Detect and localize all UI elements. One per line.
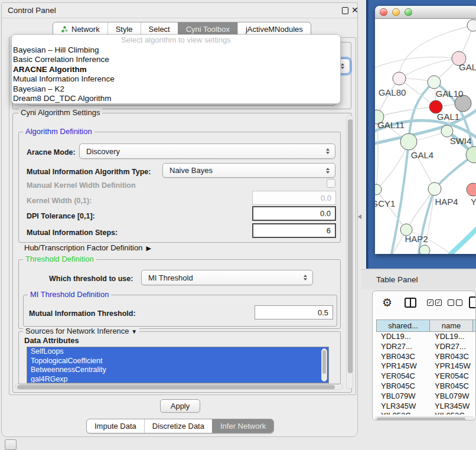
table-row[interactable]: YLR345WYLR345W9. (376, 402, 476, 412)
network-node-gal10[interactable] (428, 76, 441, 89)
scrollbar-thumb[interactable] (322, 350, 326, 374)
sources-legend-toggle[interactable]: Sources for Network Inference ▼ (23, 327, 139, 336)
tab-discretize-data[interactable]: Discretize Data (144, 419, 212, 433)
deselect-all-checkboxes-icon[interactable] (448, 299, 462, 306)
splitter-collapse-handle[interactable] (358, 214, 361, 219)
kernel-width-label: Kernel Width (0,1): (27, 197, 92, 205)
sources-legend-label: Sources for Network Inference (25, 327, 129, 335)
data-attributes-list[interactable]: SelfLoopsTopologicalCoefficientBetweenne… (27, 347, 329, 383)
close-traffic-light-icon[interactable] (380, 8, 387, 16)
bottom-tab-bar: Impute DataDiscretize DataInfer Network (86, 419, 274, 433)
control-panel-title: Control Panel (8, 3, 56, 18)
table-row[interactable]: YDR27...YDR27...12 (376, 342, 476, 352)
panel-edge-strip (366, 0, 369, 269)
tab-label: jActiveMNodules (246, 25, 303, 34)
mi-steps-label: Mutual Information Steps: (27, 229, 118, 237)
table-cell: YLR345W (430, 402, 473, 412)
cyni-settings-legend: Cyni Algorithm Settings (18, 109, 102, 117)
network-window-titlebar[interactable] (375, 6, 476, 19)
algorithm-option-bayesian-k2[interactable]: Bayesian – K2 (12, 84, 340, 94)
algorithm-definition-legend: Algorithm Definition (23, 128, 94, 136)
network-canvas[interactable]: GALGAL80GAL10GAL1GAL11SWI4GAL4GCY1HAP4YH… (375, 19, 476, 254)
mi-threshold-field[interactable]: 0.5 (255, 305, 333, 319)
algorithm-option-basic-correlation-inference[interactable]: Basic Correlation Inference (12, 55, 340, 64)
network-icon (61, 25, 69, 33)
table-body[interactable]: YDL19...YDL19...13YDR27...YDR27...12YBR0… (376, 332, 476, 415)
apply-button-label: Apply (171, 402, 190, 410)
column-header-shared[interactable]: shared... (376, 319, 430, 332)
mi-steps-value: 6 (327, 226, 331, 235)
table-cell: 13 (473, 332, 476, 342)
mi-threshold-definition-legend: MI Threshold Definition (28, 291, 111, 299)
table-cell: YBR043C (376, 352, 430, 362)
attribute-item-selfloops[interactable]: SelfLoops (27, 347, 328, 357)
zoom-traffic-light-icon[interactable] (405, 8, 412, 16)
table-cell (473, 352, 476, 362)
column-header-a[interactable]: A (473, 319, 476, 332)
table-header-row: shared...nameA (376, 319, 476, 332)
control-panel-window: Control Panel ✕ NetworkStyleSelectCyni T… (1, 2, 358, 437)
table-row[interactable]: YIL053CYIL053C9. (376, 411, 476, 415)
attribute-item-topologicalcoefficient[interactable]: TopologicalCoefficient (27, 357, 328, 366)
select-all-checkboxes-icon[interactable]: ✓✓ (427, 299, 442, 306)
node-label-gal-cut: GAL (459, 62, 476, 72)
list-vertical-scrollbar[interactable] (321, 348, 327, 381)
minimize-traffic-light-icon[interactable] (392, 8, 400, 16)
split-columns-icon[interactable] (405, 298, 416, 308)
hub-tf-definition-toggle[interactable]: Hub/Transcription Factor Definition▶ (24, 243, 151, 252)
algorithm-option-dream8-dc-tdc-algorithm[interactable]: Dream8 DC_TDC Algorithm (12, 94, 340, 103)
mi-algorithm-type-label: Mutual Information Algorithm Type: (27, 168, 151, 176)
table-row[interactable]: YPR145WYPR145W9. (376, 361, 476, 371)
network-node-swi4[interactable] (441, 125, 453, 137)
gear-icon[interactable]: ⚙ (382, 296, 392, 309)
table-icon[interactable] (469, 296, 476, 308)
aracne-mode-combobox[interactable]: Discovery (79, 144, 335, 159)
network-node-hap4[interactable] (428, 182, 441, 195)
table-cell: 9. (473, 411, 476, 415)
dpi-tolerance-field[interactable]: 0.0 (252, 206, 336, 221)
table-row[interactable]: YBR043CYBR043C (376, 352, 476, 362)
table-panel-title: Table Panel (376, 270, 418, 290)
network-node-gal80[interactable] (393, 72, 406, 85)
network-node-node-top-partial[interactable] (467, 19, 476, 31)
mi-steps-field[interactable]: 6 (252, 223, 336, 238)
network-node-gcy1[interactable] (375, 184, 382, 195)
column-header-name[interactable]: name (430, 319, 473, 332)
table-row[interactable]: YER054CYER054C8. (376, 371, 476, 381)
table-row[interactable]: YBL079WYBL079W (376, 392, 476, 402)
table-horizontal-scrollbar[interactable] (375, 416, 474, 420)
algorithm-option-aracne-algorithm[interactable]: ARACNE Algorithm (12, 65, 340, 74)
attribute-item-betweennesscentrality[interactable]: BetweennessCentrality (27, 366, 328, 375)
table-cell: 12 (473, 342, 476, 352)
network-node-node-bottom-partial[interactable] (419, 245, 430, 254)
node-label-gcy1: GCY1 (375, 198, 395, 208)
attribute-item-gal4rgexp[interactable]: gal4RGexp (27, 375, 328, 383)
mi-threshold-value: 0.5 (318, 308, 328, 317)
algorithm-popup-placeholder: Select algorithm to view settings (12, 35, 340, 45)
minimized-panel-icon[interactable] (5, 439, 17, 450)
kernel-width-field[interactable]: 0.0 (252, 191, 336, 205)
network-node-gal4[interactable] (400, 133, 417, 150)
settings-vertical-scrollbar[interactable] (346, 115, 353, 389)
mi-algorithm-type-combobox[interactable]: Naive Bayes (162, 163, 335, 178)
mi-threshold-label: Mutual Information Threshold: (29, 309, 136, 318)
tab-impute-data[interactable]: Impute Data (87, 419, 144, 433)
scrollbar-thumb[interactable] (17, 385, 335, 389)
scrollbar-thumb[interactable] (377, 418, 465, 420)
hub-tf-definition-label: Hub/Transcription Factor Definition (24, 243, 142, 252)
table-row[interactable]: YDL19...YDL19...13 (376, 332, 476, 342)
manual-kernel-width-checkbox[interactable] (327, 179, 335, 188)
table-row[interactable]: YBR045CYBR045C9. (376, 381, 476, 392)
close-icon[interactable]: ✕ (351, 5, 358, 15)
algorithm-option-bayesian-hill-climbing[interactable]: Bayesian – Hill Climbing (12, 45, 340, 55)
scrollbar-thumb[interactable] (348, 119, 353, 373)
table-cell: YBL079W (376, 392, 430, 402)
algorithm-option-mutual-information-inference[interactable]: Mutual Information Inference (12, 74, 340, 84)
tab-infer-network[interactable]: Infer Network (212, 419, 273, 433)
which-threshold-combobox[interactable]: MI Threshold (141, 270, 313, 285)
table-cell: 9. (473, 361, 476, 371)
float-window-icon[interactable] (342, 7, 348, 14)
network-node-y-cut[interactable] (467, 183, 476, 196)
apply-button[interactable]: Apply (160, 399, 200, 413)
tab-label: Cyni Toolbox (186, 25, 230, 34)
